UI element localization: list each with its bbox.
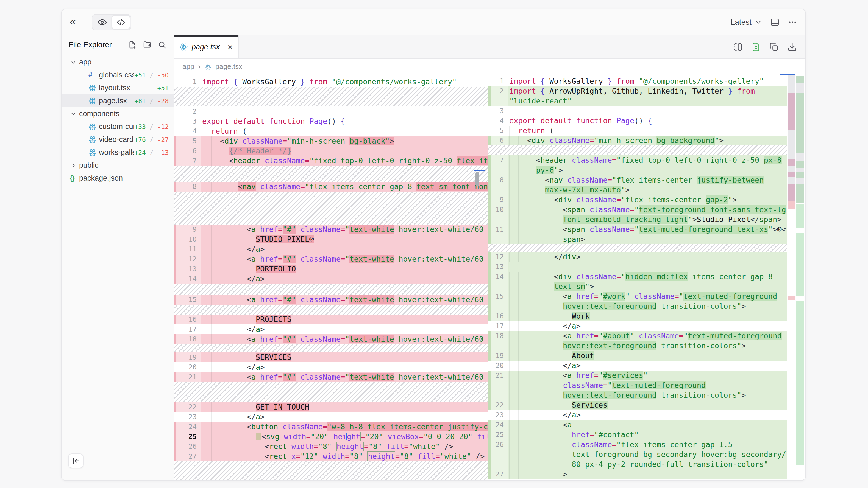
code-line[interactable]: 25href="#contact" — [488, 430, 787, 440]
line-number: 17 — [174, 324, 201, 334]
code-line[interactable]: 9<a href="#" className="text-white hover… — [174, 225, 488, 234]
code-line[interactable]: hover:text-foreground transition-colors"… — [488, 301, 787, 311]
tree-item-video-card.tsx[interactable]: video-card.tsx+76 / -27 — [62, 133, 174, 146]
code-line[interactable]: 13 — [488, 262, 787, 272]
code-line[interactable]: 11</a> — [174, 244, 488, 254]
version-dropdown[interactable]: Latest — [731, 18, 762, 27]
tree-item-layout.tsx[interactable]: layout.tsx+51 — [62, 82, 174, 94]
code-line[interactable]: max-w-7xl mx-auto"> — [488, 185, 787, 195]
code-line[interactable]: 18<a href="#about" className="text-muted… — [488, 331, 787, 341]
copy-button[interactable] — [769, 42, 779, 52]
code-line[interactable]: 26<rect width="8" height="8" fill="white… — [174, 442, 488, 452]
panel-bottom-button[interactable] — [770, 18, 780, 27]
code-line[interactable]: 10<span className="text-foreground font-… — [488, 205, 787, 215]
code-line[interactable]: 14<div className="hidden md:flex items-c… — [488, 272, 787, 282]
code-line[interactable]: 4export default function Page() { — [488, 116, 787, 126]
code-line[interactable]: 8<nav className="flex items-center gap-8… — [174, 182, 488, 192]
code-line[interactable]: 11<span className="text-muted-foreground… — [488, 225, 787, 234]
tree-item-custom-curs-[interactable]: custom-curs…+33 / -12 — [62, 120, 174, 133]
code-line[interactable]: text-foreground bg-secondary hover:bg-se… — [488, 450, 787, 459]
download-button[interactable] — [787, 42, 797, 52]
tree-item-public[interactable]: public — [62, 159, 174, 172]
code-line[interactable]: 20</a> — [488, 361, 787, 370]
tab-page-tsx[interactable]: page.tsx × — [174, 35, 239, 59]
new-folder-button[interactable] — [143, 40, 152, 49]
minimap-block — [796, 93, 804, 153]
code-line[interactable]: 80 px-4 py-2 rounded-full transition-col… — [488, 459, 787, 469]
code-line[interactable]: 16PROJECTS — [174, 315, 488, 324]
code-line[interactable]: 26className="flex items-center gap-1.5 — [488, 440, 787, 450]
code-line[interactable]: 8<nav className="flex items-center justi… — [488, 175, 787, 185]
code-line[interactable]: 21<a href="#services" — [488, 370, 787, 381]
code-line[interactable]: className="text-muted-foreground — [488, 381, 787, 390]
code-line[interactable]: 9<div className="flex items-center gap-2… — [488, 195, 787, 205]
code-line[interactable]: 3export default function Page() { — [174, 117, 488, 126]
code-line[interactable]: 4return ( — [174, 126, 488, 136]
code-line[interactable]: 15<a href="#" className="text-white hove… — [174, 295, 488, 305]
code-line[interactable]: 1import { WorksGallery } from "@/compone… — [174, 77, 488, 87]
file-diff-button[interactable] — [751, 42, 761, 52]
code-line[interactable]: 14</a> — [174, 274, 488, 284]
diff-minimap[interactable] — [787, 74, 805, 480]
close-tab-icon[interactable]: × — [227, 42, 233, 52]
code-line[interactable]: 24<button className="w-8 h-8 flex items-… — [174, 422, 488, 432]
code-line[interactable]: 3 — [488, 106, 787, 116]
code-line[interactable]: 15<a href="#work" className="text-muted-… — [488, 291, 787, 301]
code-line[interactable]: 21<a href="#" className="text-white hove… — [174, 372, 488, 382]
code-line[interactable]: "lucide-react" — [488, 96, 787, 106]
code-line[interactable]: 27<rect x="12" width="8" height="8" fill… — [174, 452, 488, 461]
preview-toggle-button[interactable] — [93, 15, 112, 29]
code-line[interactable]: text-sm"> — [488, 282, 787, 291]
code-line[interactable]: 12<a href="#" className="text-white hove… — [174, 254, 488, 264]
code-line[interactable]: 25<svg width="20" height="20" viewBox="0… — [174, 432, 488, 442]
code-line[interactable]: 2import { ArrowUpRight, Github, Linkedin… — [488, 86, 787, 96]
new-file-button[interactable] — [128, 40, 137, 49]
code-line[interactable]: 16Work — [488, 311, 787, 321]
code-line[interactable]: 19About — [488, 351, 787, 361]
code-line[interactable]: 5<div className="min-h-screen bg-black"> — [174, 136, 488, 146]
code-line[interactable]: 12</div> — [488, 252, 787, 262]
code-line[interactable]: 7<header className="fixed top-0 left-0 r… — [174, 156, 488, 166]
split-diff-view-button[interactable] — [733, 42, 743, 52]
code-line[interactable]: 17</a> — [174, 324, 488, 334]
code-line[interactable]: 7<header className="fixed top-0 left-0 r… — [488, 155, 787, 165]
line-number — [488, 450, 508, 459]
code-line[interactable]: 17</a> — [488, 321, 787, 331]
code-line[interactable]: span> — [488, 234, 787, 244]
tree-item-globals.css[interactable]: #globals.css+51 / -50 — [62, 69, 174, 82]
tree-item-package.json[interactable]: {}package.json — [62, 172, 174, 185]
code-line[interactable]: 23</a> — [174, 412, 488, 422]
collapse-panel-button[interactable] — [68, 453, 84, 468]
code-line[interactable]: 2 — [174, 106, 488, 117]
code-toggle-button[interactable] — [112, 15, 130, 29]
code-line[interactable]: 22GET IN TOUCH — [174, 402, 488, 412]
code-line[interactable]: 22Services — [488, 400, 787, 410]
code-line[interactable]: 27> — [488, 469, 787, 479]
code-line[interactable]: font-semibold tracking-tight">Studio Pix… — [488, 215, 787, 225]
code-line[interactable]: 19SERVICES — [174, 352, 488, 362]
code-line[interactable]: 23</a> — [488, 410, 787, 420]
collapse-sidebar-button[interactable]: « — [70, 18, 76, 27]
diff-pane-modified[interactable]: 1import { WorksGallery } from "@/compone… — [488, 74, 805, 480]
vertical-scrollbar[interactable] — [475, 172, 479, 186]
code-line[interactable]: 18<a href="#" className="text-white hove… — [174, 334, 488, 344]
code-line[interactable]: 5return ( — [488, 126, 787, 136]
diff-pane-original[interactable]: 1import { WorksGallery } from "@/compone… — [174, 74, 488, 480]
code-line[interactable]: 10STUDIO PIXEL® — [174, 234, 488, 244]
code-line[interactable]: 6{/* Header */} — [174, 146, 488, 156]
code-line[interactable]: hover:text-foreground transition-colors"… — [488, 390, 787, 400]
code-line[interactable]: py-6"> — [488, 165, 787, 175]
code-line[interactable]: 20</a> — [174, 362, 488, 372]
search-icon[interactable] — [158, 40, 166, 49]
tree-item-works-galler-[interactable]: works-galler…+24 / -13 — [62, 146, 174, 159]
code-line[interactable]: 24<a — [488, 420, 787, 430]
code-line[interactable]: 13PORTFOLIO — [174, 264, 488, 274]
more-options-button[interactable] — [788, 18, 797, 27]
tree-item-components[interactable]: components — [62, 107, 174, 120]
tree-item-app[interactable]: app — [62, 56, 174, 69]
code-line[interactable]: hover:text-foreground transition-colors"… — [488, 341, 787, 351]
breadcrumb-root[interactable]: app — [182, 62, 194, 71]
tree-item-page.tsx[interactable]: page.tsx+81 / -28 — [62, 94, 174, 107]
code-line[interactable]: 1import { WorksGallery } from "@/compone… — [488, 76, 787, 86]
code-line[interactable]: 6<div className="min-h-screen bg-backgro… — [488, 136, 787, 145]
